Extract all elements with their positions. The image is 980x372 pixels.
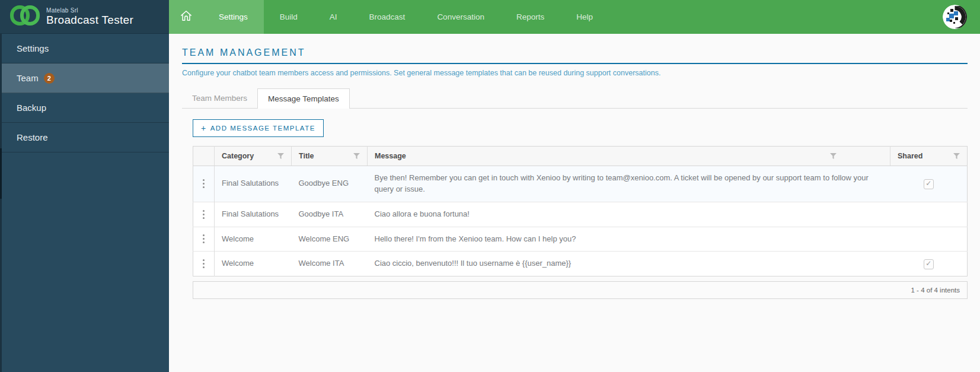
row-menu-button[interactable] [200,179,207,188]
home-button[interactable] [169,0,203,34]
plus-icon: + [201,123,207,133]
nav-label: Reports [516,12,544,21]
column-label: Category [222,152,254,160]
table-row: Welcome Welcome ITA Ciao ciccio, benvenu… [193,252,968,276]
brand-text: Matelab Srl Broadcast Tester [46,7,133,27]
row-actions-cell [193,202,215,227]
nav-item-help[interactable]: Help [560,0,609,34]
nav-item-build[interactable]: Build [264,0,314,34]
sidebar: Matelab Srl Broadcast Tester Settings Te… [0,0,169,372]
shared-cell [890,202,968,227]
pager-summary: 1 - 4 of 4 intents [911,287,960,294]
sidebar-item-team[interactable]: Team 2 [0,63,169,93]
actions-column-header [193,147,215,166]
shared-cell: ✓ [890,252,968,276]
nav-item-ai[interactable]: AI [314,0,353,34]
brand-header[interactable]: Matelab Srl Broadcast Tester [0,0,169,34]
sidebar-item-label: Settings [17,43,49,53]
table-header-row: Category Title Message [193,147,968,166]
row-menu-button[interactable] [200,259,207,268]
tab-content: + ADD MESSAGE TEMPLATE Category [182,109,968,299]
templates-table: Category Title Message [193,146,968,276]
table-row: Final Salutations Goodbye ENG Bye then! … [193,166,968,202]
shared-checkbox[interactable]: ✓ [924,259,934,269]
sidebar-scrollbar-thumb[interactable] [0,148,2,199]
brand-app-name: Broadcast Tester [46,14,133,27]
brand-logo-icon [9,5,40,28]
row-title: Welcome ITA [292,252,368,276]
column-label: Shared [898,152,922,160]
table-row: Final Salutations Goodbye ITA Ciao allor… [193,202,968,227]
home-icon [180,9,193,25]
row-category: Final Salutations [215,202,292,227]
row-menu-button[interactable] [200,210,207,219]
nav-label: Conversation [437,12,484,21]
row-title: Welcome ENG [292,227,368,252]
row-actions-cell [193,252,215,276]
row-title: Goodbye ENG [292,166,368,202]
nav-label: Help [576,12,593,21]
nav-label: Build [280,12,298,21]
column-label: Message [375,152,406,160]
sidebar-item-backup[interactable]: Backup [0,93,169,123]
nav-item-conversation[interactable]: Conversation [421,0,500,34]
row-title: Goodbye ITA [292,202,368,227]
sidebar-item-label: Restore [17,132,48,142]
row-category: Welcome [215,252,292,276]
table-pager: 1 - 4 of 4 intents [193,281,968,299]
top-navbar: Settings Build AI Broadcast Conversation… [169,0,980,34]
table-body: Final Salutations Goodbye ENG Bye then! … [193,166,968,276]
shared-cell [890,227,968,252]
row-menu-button[interactable] [200,234,207,243]
nav-item-settings[interactable]: Settings [203,0,264,34]
row-message: Ciao ciccio, benvenuto!!! Il tuo usernam… [368,252,890,276]
nav-item-reports[interactable]: Reports [500,0,560,34]
sidebar-item-restore[interactable]: Restore [0,123,169,152]
tab-message-templates[interactable]: Message Templates [257,88,350,109]
shared-column-header: Shared [890,147,968,166]
tab-team-members[interactable]: Team Members [182,88,257,108]
brand-company: Matelab Srl [46,7,133,14]
sidebar-scrollbar[interactable] [0,34,2,372]
row-actions-cell [193,166,215,202]
account-avatar[interactable] [943,5,967,29]
row-category: Final Salutations [215,166,292,202]
tab-label: Message Templates [268,94,339,103]
main-content: TEAM MANAGEMENT Configure your chatbot t… [169,34,980,372]
shared-checkbox[interactable]: ✓ [924,179,934,189]
nav-item-broadcast[interactable]: Broadcast [353,0,422,34]
nav-label: Broadcast [369,12,406,21]
navbar-spacer [609,0,943,34]
title-column-header: Title [292,147,368,166]
filter-icon[interactable] [277,153,284,159]
shared-cell: ✓ [890,166,968,202]
page-description: Configure your chatbot team members acce… [182,69,968,77]
tab-label: Team Members [192,94,247,103]
row-category: Welcome [215,227,292,252]
nav-label: AI [330,12,337,21]
category-column-header: Category [215,147,292,166]
sidebar-item-settings[interactable]: Settings [0,34,169,63]
row-message: Ciao allora e buona fortuna! [368,202,890,227]
sidebar-item-label: Team [17,73,39,83]
message-column-header: Message [368,147,890,166]
page-title: TEAM MANAGEMENT [182,47,968,64]
table-row: Welcome Welcome ENG Hello there! I'm fro… [193,227,968,252]
column-label: Title [299,152,314,160]
row-actions-cell [193,227,215,252]
row-message: Hello there! I'm from the Xenioo team. H… [368,227,890,252]
nav-active-group: Settings [169,0,264,34]
row-message: Bye then! Remember you can get in touch … [368,166,890,202]
filter-icon[interactable] [830,153,837,159]
sidebar-item-label: Backup [17,103,46,113]
team-count-badge: 2 [44,73,55,84]
nav-label: Settings [219,12,248,21]
filter-icon[interactable] [953,153,960,159]
add-button-label: ADD MESSAGE TEMPLATE [210,125,315,132]
add-message-template-button[interactable]: + ADD MESSAGE TEMPLATE [193,119,324,137]
tab-bar: Team Members Message Templates [182,88,968,109]
filter-icon[interactable] [353,153,360,159]
